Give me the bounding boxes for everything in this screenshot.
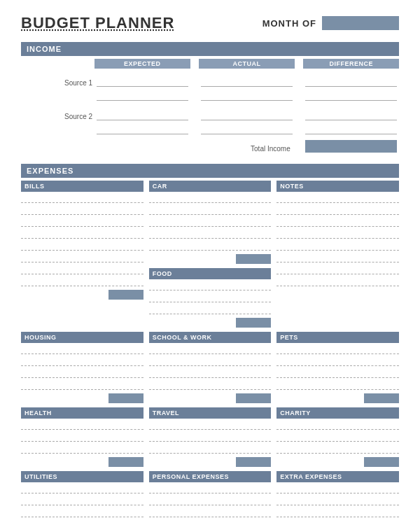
utilities-amount[interactable] xyxy=(108,507,144,517)
extra-line[interactable] xyxy=(276,507,363,517)
utilities-amount[interactable] xyxy=(108,484,144,493)
personal-amount[interactable] xyxy=(236,519,271,525)
source1-expected-field[interactable] xyxy=(97,76,188,87)
pets-line[interactable] xyxy=(276,356,363,366)
travel-line[interactable] xyxy=(149,444,235,454)
charity-amount[interactable] xyxy=(364,444,399,454)
car-line[interactable] xyxy=(149,205,235,215)
personal-line[interactable] xyxy=(149,496,235,505)
extra-amount[interactable] xyxy=(364,496,399,505)
bills-line[interactable] xyxy=(21,205,107,215)
source1-actual-field[interactable] xyxy=(201,76,293,87)
notes-line[interactable] xyxy=(276,265,399,274)
extra-amount[interactable] xyxy=(364,507,399,517)
utilities-amount[interactable] xyxy=(108,496,144,505)
source2-difference-field[interactable] xyxy=(305,109,397,120)
notes-line[interactable] xyxy=(276,241,399,251)
food-line[interactable] xyxy=(149,304,235,314)
pets-amount[interactable] xyxy=(364,380,399,390)
food-line[interactable] xyxy=(149,293,235,302)
bills-line[interactable] xyxy=(21,241,107,251)
car-line[interactable] xyxy=(149,193,235,203)
school-line[interactable] xyxy=(149,356,235,366)
bills-line[interactable] xyxy=(21,253,107,262)
bills-amount[interactable] xyxy=(108,193,144,203)
bills-amount[interactable] xyxy=(108,229,144,239)
pets-line[interactable] xyxy=(276,344,363,354)
housing-amount[interactable] xyxy=(108,356,144,366)
school-line[interactable] xyxy=(149,344,235,354)
bills-line[interactable] xyxy=(21,276,107,286)
food-line[interactable] xyxy=(149,281,235,290)
housing-amount[interactable] xyxy=(108,344,144,354)
source2-expected-field[interactable] xyxy=(97,109,188,120)
travel-amount[interactable] xyxy=(236,420,271,430)
car-line[interactable] xyxy=(149,241,235,251)
car-amount[interactable] xyxy=(236,241,271,251)
car-amount[interactable] xyxy=(236,229,271,239)
food-amount[interactable] xyxy=(236,281,271,290)
housing-line[interactable] xyxy=(21,380,107,390)
extra-amount[interactable] xyxy=(364,519,399,525)
housing-line[interactable] xyxy=(21,344,107,354)
extra-line[interactable] xyxy=(276,484,363,493)
source1-difference-field2[interactable] xyxy=(305,90,397,101)
pets-amount[interactable] xyxy=(364,356,399,366)
extra-line[interactable] xyxy=(276,496,363,505)
school-amount[interactable] xyxy=(236,344,271,354)
utilities-amount[interactable] xyxy=(108,519,144,525)
source2-difference-field2[interactable] xyxy=(305,123,397,134)
utilities-line[interactable] xyxy=(21,484,107,493)
charity-amount[interactable] xyxy=(364,432,399,442)
bills-amount[interactable] xyxy=(108,276,144,286)
health-amount[interactable] xyxy=(108,420,144,430)
school-amount[interactable] xyxy=(236,356,271,366)
utilities-line[interactable] xyxy=(21,496,107,505)
notes-line[interactable] xyxy=(276,229,399,239)
notes-line[interactable] xyxy=(276,253,399,262)
bills-line[interactable] xyxy=(21,217,107,227)
personal-amount[interactable] xyxy=(236,496,271,505)
source2-actual-field2[interactable] xyxy=(201,123,293,134)
food-amount[interactable] xyxy=(236,304,271,314)
personal-amount[interactable] xyxy=(236,507,271,517)
travel-line[interactable] xyxy=(149,432,235,442)
utilities-line[interactable] xyxy=(21,519,107,525)
housing-line[interactable] xyxy=(21,356,107,366)
pets-amount[interactable] xyxy=(364,344,399,354)
source1-expected-field2[interactable] xyxy=(97,90,188,101)
car-amount[interactable] xyxy=(236,217,271,227)
car-line[interactable] xyxy=(149,217,235,227)
extra-amount[interactable] xyxy=(364,484,399,493)
health-amount[interactable] xyxy=(108,444,144,454)
bills-amount[interactable] xyxy=(108,253,144,262)
bills-amount[interactable] xyxy=(108,265,144,274)
utilities-line[interactable] xyxy=(21,507,107,517)
bills-line[interactable] xyxy=(21,265,107,274)
housing-amount[interactable] xyxy=(108,368,144,378)
school-line[interactable] xyxy=(149,380,235,390)
travel-amount[interactable] xyxy=(236,432,271,442)
personal-line[interactable] xyxy=(149,507,235,517)
notes-line[interactable] xyxy=(276,276,399,286)
charity-line[interactable] xyxy=(276,420,363,430)
month-input-box[interactable] xyxy=(322,16,399,30)
housing-amount[interactable] xyxy=(108,380,144,390)
bills-amount[interactable] xyxy=(108,241,144,251)
health-line[interactable] xyxy=(21,444,107,454)
extra-line[interactable] xyxy=(276,519,363,525)
notes-line[interactable] xyxy=(276,205,399,215)
source1-difference-field[interactable] xyxy=(305,76,397,87)
bills-line[interactable] xyxy=(21,193,107,203)
travel-amount[interactable] xyxy=(236,444,271,454)
charity-line[interactable] xyxy=(276,444,363,454)
health-amount[interactable] xyxy=(108,432,144,442)
personal-line[interactable] xyxy=(149,484,235,493)
car-line[interactable] xyxy=(149,229,235,239)
school-line[interactable] xyxy=(149,368,235,378)
health-line[interactable] xyxy=(21,420,107,430)
pets-line[interactable] xyxy=(276,380,363,390)
notes-line[interactable] xyxy=(276,193,399,203)
car-amount[interactable] xyxy=(236,205,271,215)
school-amount[interactable] xyxy=(236,368,271,378)
